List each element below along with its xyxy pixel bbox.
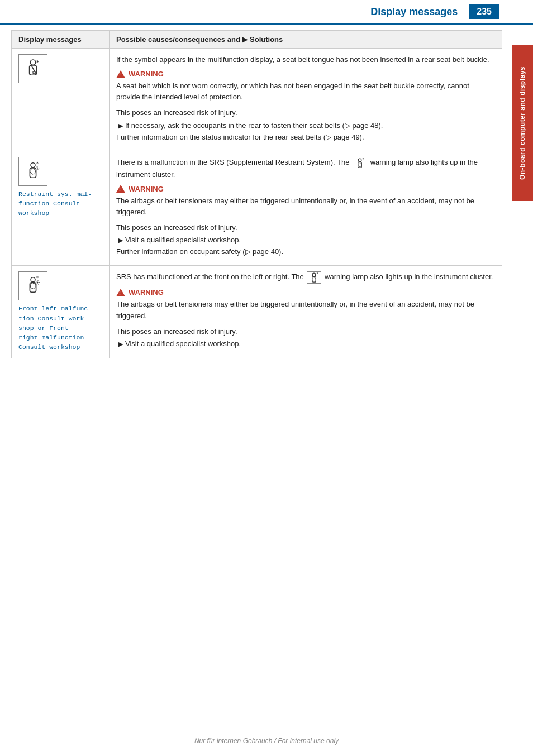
bullet-arrow-icon: ▶	[118, 341, 123, 348]
row3-text1: SRS has malfunctioned at the front on th…	[116, 271, 495, 284]
row2-display: ✶ Restraint sys. mal- function Consult	[12, 151, 110, 266]
row2-extra1: This poses an increased risk of injury.	[116, 222, 495, 233]
svg-point-21	[313, 274, 316, 277]
header-title: Display messages	[370, 6, 458, 18]
svg-line-8	[36, 166, 38, 167]
display-messages-table: Display messages Possible causes/consequ…	[11, 30, 502, 358]
row2-footer1: Further information on occupant safety (…	[116, 246, 495, 257]
inline-srs2-icon: ✶	[307, 271, 321, 284]
svg-text:✶: ✶	[36, 276, 39, 280]
row3-warning: WARNING The airbags or belt tensioners m…	[116, 288, 495, 321]
row3-warning-body: The airbags or belt tensioners may eithe…	[116, 299, 495, 321]
svg-point-22	[312, 277, 316, 281]
row1-warning-title: WARNING	[116, 70, 495, 78]
svg-line-20	[37, 284, 39, 285]
row1-icon-cell: ✶	[18, 54, 102, 83]
row2-warning-body: The airbags or belt tensioners may eithe…	[116, 195, 495, 218]
inline-srs2-svg: ✶	[308, 272, 320, 283]
col2-header: Possible causes/consequences and ▶ Solut…	[110, 31, 502, 49]
row3-warning-title: WARNING	[116, 288, 495, 296]
row2-warning-title: WARNING	[116, 185, 495, 193]
row3-info: SRS has malfunctioned at the front on th…	[110, 266, 502, 358]
svg-text:✶: ✶	[36, 161, 39, 165]
footer-text: Nur für internen Gebrauch / For internal…	[194, 737, 339, 745]
row2-bullet1: ▶ Visit a qualified specialist workshop.	[116, 236, 495, 244]
svg-point-4	[31, 163, 35, 168]
srs-icon-box: ✶	[18, 157, 47, 186]
svg-point-0	[30, 60, 36, 65]
page-number: 235	[469, 4, 499, 19]
svg-point-17	[37, 282, 38, 283]
srs2-icon: ✶	[24, 276, 42, 296]
row2-text1: There is a malfunction in the SRS (Suppl…	[116, 157, 495, 180]
bullet-arrow-icon: ▶	[118, 122, 123, 130]
srs2-icon-box: ✶	[18, 271, 47, 300]
warning-triangle-icon	[116, 185, 125, 193]
row2-icon-cell: ✶ Restraint sys. mal- function Consult	[18, 157, 102, 218]
inline-srs-svg: ✶	[354, 158, 365, 168]
svg-line-1	[31, 65, 36, 73]
table-row: ✶ Front left malfunc- tion Consult work-…	[12, 266, 502, 358]
row1-text1: If the symbol appears in the multifuncti…	[116, 54, 495, 65]
row3-extra1: This poses an increased risk of injury.	[116, 326, 495, 337]
footer: Nur für internen Gebrauch / For internal…	[0, 737, 533, 745]
row3-display: ✶ Front left malfunc- tion Consult work-…	[12, 266, 110, 358]
row1-extra1: This poses an increased risk of injury.	[116, 107, 495, 118]
svg-point-11	[358, 159, 361, 162]
warning-triangle-icon	[116, 70, 125, 78]
chapter-tab: On-board computer and displays	[512, 45, 533, 201]
row1-warning: WARNING A seat belt which is not worn co…	[116, 70, 495, 103]
row1-bullet1: ▶ If necessary, ask the occupants in the…	[116, 121, 495, 130]
row2-icon-label: Restraint sys. mal- function Consult wor…	[18, 189, 92, 218]
inline-srs-icon: ✶	[353, 157, 367, 169]
col1-header: Display messages	[12, 31, 110, 49]
svg-text:✶: ✶	[317, 272, 319, 275]
svg-line-10	[37, 169, 39, 170]
table-row: ✶ Restraint sys. mal- function Consult	[12, 151, 502, 266]
svg-point-5	[30, 169, 36, 174]
row3-icon-label: Front left malfunc- tion Consult work- s…	[18, 304, 92, 352]
svg-point-12	[358, 163, 362, 167]
seatbelt-icon: ✶	[24, 59, 42, 79]
row3-icon-cell: ✶ Front left malfunc- tion Consult work-…	[18, 271, 102, 352]
svg-point-15	[30, 284, 36, 289]
srs-icon: ✶	[24, 161, 42, 181]
svg-text:✶: ✶	[362, 158, 364, 160]
bullet-arrow-icon: ▶	[118, 237, 123, 244]
row1-display: ✶	[12, 49, 110, 151]
row1-info: If the symbol appears in the multifuncti…	[110, 49, 502, 151]
row2-warning: WARNING The airbags or belt tensioners m…	[116, 185, 495, 218]
header: Display messages 235	[0, 0, 533, 25]
main-content: Display messages Possible causes/consequ…	[0, 25, 533, 364]
row1-warning-body: A seat belt which is not worn correctly,…	[116, 80, 495, 103]
svg-line-18	[36, 281, 38, 282]
svg-point-7	[37, 167, 38, 168]
row2-info: There is a malfunction in the SRS (Suppl…	[110, 151, 502, 266]
svg-point-14	[31, 277, 35, 282]
seatbelt-icon-box: ✶	[18, 54, 47, 83]
svg-text:✶: ✶	[36, 59, 40, 64]
row3-bullet1: ▶ Visit a qualified specialist workshop.	[116, 339, 495, 348]
table-row: ✶ If the symbol appears in the multifunc…	[12, 49, 502, 151]
warning-triangle-icon	[116, 289, 125, 296]
row1-footer1: Further information on the status indica…	[116, 132, 495, 143]
